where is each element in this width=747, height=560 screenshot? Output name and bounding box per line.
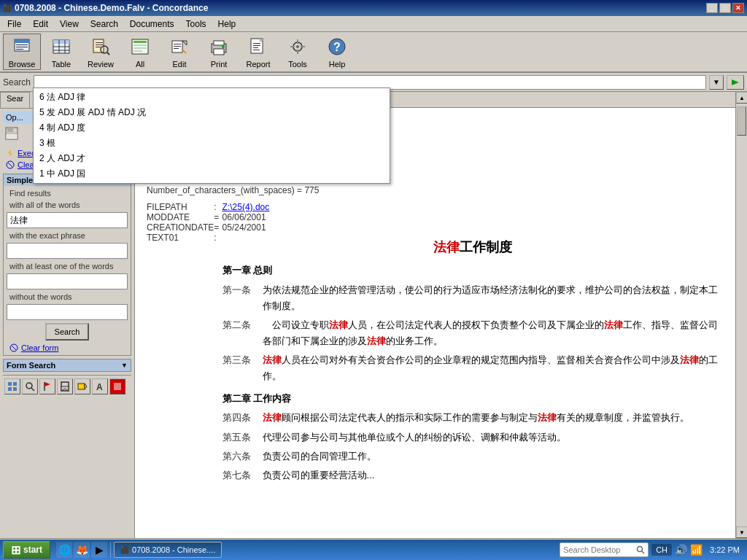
scroll-down-button[interactable]: ▼ xyxy=(736,526,747,538)
at-least-label: with at least one of the words xyxy=(7,260,128,272)
bookmark-icon-btn[interactable] xyxy=(57,378,73,394)
svg-rect-36 xyxy=(253,45,260,46)
exact-phrase-input[interactable] xyxy=(7,243,128,259)
article-6-num: 第六条 xyxy=(222,448,263,464)
browse-icon xyxy=(10,35,34,58)
tag-icon-btn[interactable] xyxy=(74,378,90,394)
menu-view[interactable]: View xyxy=(54,18,85,31)
all-button[interactable]: All xyxy=(121,34,159,70)
moddate-label: MODDATE xyxy=(147,212,214,222)
ff-icon[interactable]: 🦊 xyxy=(74,542,90,558)
taskbar-concordance-label: 0708.2008 - Chinese.... xyxy=(132,545,215,554)
svg-line-75 xyxy=(642,551,644,553)
svg-rect-59 xyxy=(13,387,17,391)
tag-icon xyxy=(77,381,88,392)
highlight-6: 法律 xyxy=(263,412,282,423)
search-dropdown-arrow[interactable]: ▼ xyxy=(709,75,724,90)
print-button[interactable]: Print xyxy=(200,34,238,70)
filepath-label: FILEPATH xyxy=(147,202,214,212)
filepath-colon: : xyxy=(214,202,222,212)
svg-rect-27 xyxy=(182,50,187,54)
search2-icon xyxy=(25,381,35,392)
menu-search[interactable]: Search xyxy=(85,18,124,31)
at-least-input[interactable] xyxy=(7,273,128,289)
highlight-5: 法律 xyxy=(680,354,699,365)
audio-icon[interactable]: 🔊 xyxy=(675,544,687,556)
svg-rect-69 xyxy=(114,383,121,390)
svg-line-61 xyxy=(31,388,34,391)
filepath-link[interactable]: Z:\25(4).doc xyxy=(222,202,270,212)
window-title: ⬛ 0708.2008 - Chinese.Demo.Falv - Concor… xyxy=(3,3,208,13)
search2-icon-btn[interactable] xyxy=(22,378,38,394)
article-4: 第四条 法律顾问根据公司法定代表人的指示和实际工作的需要参与制定与法律有关的规章… xyxy=(222,410,724,426)
maximize-button[interactable]: □ xyxy=(719,3,731,13)
tools-button[interactable]: Tools xyxy=(279,34,317,70)
red-icon-btn[interactable] xyxy=(109,378,125,394)
review-button[interactable]: Review xyxy=(82,34,120,70)
grid-icon-btn[interactable] xyxy=(4,378,20,394)
tools-label: Tools xyxy=(288,60,307,69)
dropdown-item[interactable]: 6 法 ADJ 律 xyxy=(34,90,390,105)
filepath-value: Z:\25(4).doc xyxy=(222,202,724,212)
search-button[interactable]: Search xyxy=(45,323,89,341)
media-icon[interactable]: ▶ xyxy=(91,542,107,558)
start-button[interactable]: ⊞ start xyxy=(3,541,50,559)
svg-rect-14 xyxy=(96,47,101,47)
taskbar-right: CH 🔊 📶 3:22 PM xyxy=(560,542,744,557)
svg-rect-58 xyxy=(8,387,12,391)
form-search-header[interactable]: Form Search ▼ xyxy=(4,359,131,371)
svg-rect-18 xyxy=(133,41,147,43)
desktop-search-input[interactable] xyxy=(563,545,636,554)
without-label: without the words xyxy=(7,291,128,303)
clear-form-link[interactable]: Clear form xyxy=(7,342,128,354)
menu-file[interactable]: File xyxy=(1,18,27,31)
svg-rect-66 xyxy=(78,384,85,389)
search-go-button[interactable] xyxy=(727,75,744,90)
taskbar: ⊞ start 🌐 🦊 ▶ ⬛ 0708.2008 - Chinese.... … xyxy=(0,540,747,560)
table-button[interactable]: Table xyxy=(42,34,80,70)
report-button[interactable]: Report xyxy=(239,34,277,70)
edit-button[interactable]: Edit xyxy=(160,34,198,70)
ie-icon[interactable]: 🌐 xyxy=(56,542,72,558)
menu-help[interactable]: Help xyxy=(212,18,242,31)
scroll-thumb[interactable] xyxy=(737,106,746,136)
font-icon-btn[interactable]: A xyxy=(92,378,108,394)
svg-marker-23 xyxy=(182,41,187,45)
menu-documents[interactable]: Documents xyxy=(124,18,180,31)
minimize-button[interactable]: _ xyxy=(706,3,718,13)
filepath-row: FILEPATH : Z:\25(4).doc xyxy=(147,202,724,212)
article-1-num: 第一条 xyxy=(222,282,263,314)
menu-edit[interactable]: Edit xyxy=(27,18,54,31)
language-indicator[interactable]: CH xyxy=(651,544,672,556)
flag-icon-btn[interactable] xyxy=(39,378,55,394)
search-tab[interactable]: Sear xyxy=(0,92,30,108)
text01-content: 法律工作制度 第一章 总则 第一条 为依法规范企业的经营管理活动，使公司的行为适… xyxy=(222,233,724,486)
taskbar-concordance[interactable]: ⬛ 0708.2008 - Chinese.... xyxy=(114,542,222,558)
dropdown-item[interactable]: 3 根 xyxy=(34,136,390,151)
svg-rect-3 xyxy=(16,47,28,47)
dropdown-item[interactable]: 4 制 ADJ 度 xyxy=(34,120,390,136)
bottom-toolbar: A xyxy=(3,375,131,397)
dropdown-item[interactable]: 2 人 ADJ 才 xyxy=(34,151,390,166)
svg-rect-37 xyxy=(253,47,258,48)
svg-text:A: A xyxy=(96,382,103,392)
scroll-up-button[interactable]: ▲ xyxy=(736,92,747,104)
menu-tools[interactable]: Tools xyxy=(180,18,212,31)
form-search-collapse[interactable]: ▼ xyxy=(121,362,128,369)
dropdown-item[interactable]: 5 发 ADJ 展 ADJ 情 ADJ 况 xyxy=(34,105,390,120)
article-2: 第二条 公司设立专职法律人员，在公司法定代表人的授权下负责整个公司及下属企业的法… xyxy=(222,317,724,349)
svg-marker-47 xyxy=(732,79,739,85)
article-2-num: 第二条 xyxy=(222,317,263,349)
network-icon[interactable]: 📶 xyxy=(690,544,703,556)
search-label: Search xyxy=(3,77,31,88)
search-dropdown[interactable]: 6 法 ADJ 律 5 发 ADJ 展 ADJ 情 ADJ 况 4 制 ADJ … xyxy=(33,88,390,184)
all-words-input[interactable] xyxy=(7,212,128,228)
browse-button[interactable]: Browse xyxy=(3,34,41,70)
help-button[interactable]: ? Help xyxy=(318,34,356,70)
without-input[interactable] xyxy=(7,304,128,320)
close-button[interactable]: ✕ xyxy=(732,3,744,13)
svg-point-74 xyxy=(638,547,643,552)
dropdown-item[interactable]: 1 中 ADJ 国 xyxy=(34,166,390,182)
svg-rect-2 xyxy=(16,44,28,45)
font-icon: A xyxy=(95,381,105,392)
